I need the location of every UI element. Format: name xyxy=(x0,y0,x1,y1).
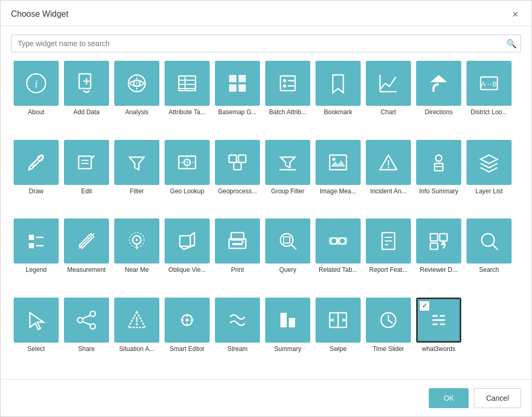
widget-label-smart-editor: Smart Editor xyxy=(170,345,205,353)
search-icon-button[interactable]: 🔍 xyxy=(506,39,517,49)
cancel-button[interactable]: Cancel xyxy=(474,388,521,408)
svg-rect-64 xyxy=(284,237,290,243)
widget-item-bookmark[interactable]: Bookmark xyxy=(316,61,361,136)
widget-item-info-summary[interactable]: Info Summary xyxy=(416,140,461,215)
widget-icon-share xyxy=(64,298,109,343)
widget-item-smart-editor[interactable]: Smart Editor xyxy=(165,298,210,372)
widget-label-about: About xyxy=(28,108,44,116)
ok-button[interactable]: OK xyxy=(429,388,469,408)
widget-label-swipe: Swipe xyxy=(330,345,347,353)
svg-point-55 xyxy=(136,239,138,241)
widget-item-edit[interactable]: Edit xyxy=(64,140,109,215)
widget-item-basemap-gallery[interactable]: Basemap G... xyxy=(215,61,260,136)
widget-icon-add-data xyxy=(64,61,109,106)
widget-icon-geo-lookup xyxy=(165,140,210,185)
svg-point-92 xyxy=(186,319,189,322)
widget-item-attribute-table[interactable]: Attribute Ta... xyxy=(165,61,210,136)
widget-grid: iAboutAdd DataAnalysisAttribute Ta...Bas… xyxy=(1,59,531,379)
svg-rect-41 xyxy=(330,155,346,170)
widget-item-about[interactable]: iAbout xyxy=(14,61,59,136)
widget-item-layer-list[interactable]: Layer List xyxy=(466,140,512,215)
widget-item-incident-analysis[interactable]: Incident An... xyxy=(366,140,411,215)
widget-item-geoprocessing[interactable]: Geoprocess... xyxy=(215,140,260,215)
widget-icon-group-filter xyxy=(265,140,310,185)
widget-item-filter[interactable]: Filter xyxy=(114,140,159,215)
svg-point-65 xyxy=(331,238,337,244)
widget-label-related-table: Related Tab... xyxy=(319,266,357,273)
widget-item-legend[interactable]: Legend xyxy=(14,218,59,293)
widget-item-reviewer-dashboard[interactable]: Reviewer D... xyxy=(416,218,461,293)
widget-item-query[interactable]: Query xyxy=(265,218,310,293)
dialog-header: Choose Widget × xyxy=(1,1,531,26)
widget-item-analysis[interactable]: Analysis xyxy=(114,61,159,136)
widget-item-image-measure[interactable]: Image Mea... xyxy=(316,140,361,215)
widget-label-geoprocessing: Geoprocess... xyxy=(218,188,257,195)
svg-text:A→B: A→B xyxy=(481,80,497,88)
widget-item-measurement[interactable]: Measurement xyxy=(64,218,109,293)
widget-label-reviewer-dashboard: Reviewer D... xyxy=(420,266,458,273)
widget-label-summary: Summary xyxy=(274,345,301,353)
svg-rect-28 xyxy=(79,156,91,169)
widget-item-time-slider[interactable]: Time Slider xyxy=(366,298,411,372)
widget-item-chart[interactable]: Chart xyxy=(366,61,411,136)
widget-label-attribute-table: Attribute Ta... xyxy=(169,108,205,116)
widget-icon-search xyxy=(466,218,512,264)
svg-point-79 xyxy=(90,311,95,316)
widget-item-oblique-viewer[interactable]: Oblique Vie... xyxy=(165,218,210,293)
widget-icon-image-measure xyxy=(316,140,361,185)
selected-checkmark xyxy=(420,301,429,311)
widget-icon-analysis xyxy=(114,61,159,106)
widget-item-summary[interactable]: Summary xyxy=(265,298,310,372)
search-input[interactable] xyxy=(11,35,521,52)
widget-item-share[interactable]: Share xyxy=(64,298,109,372)
widget-label-measurement: Measurement xyxy=(67,266,105,273)
close-button[interactable]: × xyxy=(509,8,521,20)
widget-item-draw[interactable]: Draw xyxy=(14,140,59,215)
widget-label-query: Query xyxy=(279,266,297,273)
widget-item-group-filter[interactable]: Group Filter xyxy=(265,140,310,215)
widget-item-report-feature[interactable]: Report Feat... xyxy=(366,218,411,293)
widget-item-geo-lookup[interactable]: Geo Lookup xyxy=(165,140,210,215)
widget-item-print[interactable]: Print xyxy=(215,218,260,293)
widget-label-print: Print xyxy=(231,266,244,273)
svg-rect-48 xyxy=(29,235,34,240)
widget-item-batch-attribute[interactable]: Batch Attrib... xyxy=(265,61,310,136)
widget-item-add-data[interactable]: Add Data xyxy=(64,61,109,136)
widget-item-related-table[interactable]: Related Tab... xyxy=(316,218,361,293)
widget-label-image-measure: Image Mea... xyxy=(320,188,356,195)
widget-label-layer-list: Layer List xyxy=(475,188,503,195)
widget-item-directions[interactable]: Directions xyxy=(416,61,461,136)
svg-rect-50 xyxy=(29,243,34,248)
svg-rect-17 xyxy=(280,76,295,91)
widget-icon-print xyxy=(215,218,260,264)
widget-item-district-lookup[interactable]: A→BDistrict Loo... xyxy=(466,61,512,136)
widget-item-situation-awareness[interactable]: Situation A... xyxy=(114,298,159,372)
widget-icon-legend xyxy=(14,218,59,264)
widget-label-basemap-gallery: Basemap G... xyxy=(218,108,256,116)
svg-rect-93 xyxy=(280,313,287,327)
svg-point-45 xyxy=(436,155,442,161)
svg-point-85 xyxy=(136,323,138,325)
dialog-title: Choose Widget xyxy=(11,9,68,19)
widget-item-swipe[interactable]: Swipe xyxy=(316,298,361,372)
widget-icon-layer-list xyxy=(466,140,512,185)
svg-point-27 xyxy=(31,164,35,167)
widget-item-select[interactable]: Select xyxy=(14,298,59,372)
widget-icon-incident-analysis xyxy=(366,140,411,185)
widget-label-district-lookup: District Loo... xyxy=(471,108,507,116)
widget-label-time-slider: Time Slider xyxy=(373,345,404,353)
widget-item-near-me[interactable]: Near Me xyxy=(114,218,159,293)
svg-point-44 xyxy=(388,167,389,168)
svg-point-18 xyxy=(283,79,286,82)
widget-icon-bookmark xyxy=(316,61,361,106)
widget-label-situation-awareness: Situation A... xyxy=(119,345,154,353)
svg-point-66 xyxy=(339,238,345,244)
widget-item-stream[interactable]: Stream xyxy=(215,298,260,372)
widget-item-what3words[interactable]: what3words xyxy=(416,298,461,372)
widget-icon-oblique-viewer xyxy=(165,218,210,264)
widget-item-search[interactable]: Search xyxy=(466,218,512,293)
widget-label-add-data: Add Data xyxy=(73,108,100,116)
svg-line-82 xyxy=(83,315,90,319)
widget-icon-batch-attribute xyxy=(265,61,310,106)
widget-icon-smart-editor xyxy=(165,298,210,343)
